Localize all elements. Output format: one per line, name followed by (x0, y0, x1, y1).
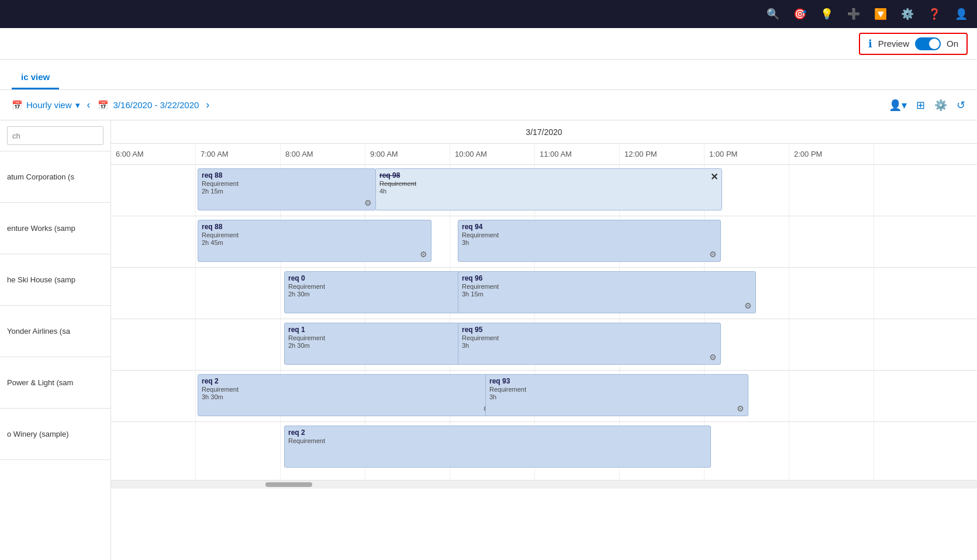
event-type: Requirement (202, 180, 372, 187)
resources-icon[interactable]: 👤▾ (889, 99, 907, 112)
event-block-req2-r5[interactable]: req 2 Requirement (284, 426, 711, 468)
event-type: Requirement (288, 283, 484, 290)
horizontal-scrollbar[interactable] (111, 481, 977, 489)
time-cell-8: 2:00 PM (789, 144, 874, 164)
calendar-grid-icon: 📅 (12, 100, 23, 110)
event-duration: 4h (379, 188, 718, 195)
cal-cell (789, 319, 874, 370)
event-block-req98-r0[interactable]: req 98 Requirement 4h ✕ (375, 168, 722, 210)
event-block-req88-r0[interactable]: req 88 Requirement 2h 15m ⚙ (198, 168, 376, 210)
settings-icon[interactable]: ⚙️ (901, 8, 914, 20)
event-block-req96-r2[interactable]: req 96 Requirement 3h 15m ⚙ (458, 271, 756, 313)
event-title: req 94 (462, 223, 717, 231)
chevron-down-icon: ▾ (75, 100, 80, 110)
prev-arrow[interactable]: ‹ (85, 96, 93, 113)
search-input[interactable] (7, 126, 103, 145)
event-block-req2-r4[interactable]: req 2 Requirement 3h 30m ⚙ (198, 374, 495, 416)
table-row: req 0 Requirement 2h 30m ⚙ req 96 Requir… (111, 268, 977, 319)
event-type: Requirement (379, 180, 718, 187)
time-cell-7: 1:00 PM (705, 144, 789, 164)
requirement-icon: ⚙ (420, 250, 427, 259)
main-content: atum Corporation (s enture Works (samp h… (0, 120, 977, 560)
event-duration: 3h 15m (462, 291, 752, 298)
event-type: Requirement (288, 334, 484, 341)
help-icon[interactable]: ❓ (928, 8, 941, 20)
event-type: Requirement (202, 231, 427, 238)
event-duration: 2h 30m (288, 291, 484, 298)
list-item[interactable]: atum Corporation (s (0, 151, 111, 203)
event-duration: 3h (489, 393, 744, 400)
next-arrow[interactable]: › (203, 96, 212, 113)
event-title: req 2 (202, 377, 491, 385)
resource-name: enture Works (samp (7, 224, 75, 233)
time-cell-0: 6:00 AM (111, 144, 196, 164)
list-item[interactable]: Power & Light (sam (0, 357, 111, 409)
cal-cell (789, 371, 874, 421)
cal-cell (111, 165, 196, 216)
hourly-view-label: Hourly view (26, 100, 72, 110)
list-item[interactable]: Yonder Airlines (sa (0, 306, 111, 357)
filter-icon[interactable]: 🔽 (874, 8, 887, 20)
cal-cell (111, 422, 196, 480)
time-cell-4: 10:00 AM (450, 144, 535, 164)
table-view-icon[interactable]: ⊞ (916, 99, 925, 112)
preview-on-label: On (947, 39, 958, 49)
cal-cell (196, 422, 281, 480)
tab-board-view[interactable]: ic view (12, 66, 59, 89)
date-range-label: 3/16/2020 - 3/22/2020 (113, 100, 199, 110)
cal-cell (789, 216, 874, 267)
date-header: 3/17/2020 (111, 120, 977, 144)
event-duration: 3h (462, 342, 717, 349)
event-block-req95-r3[interactable]: req 95 Requirement 3h ⚙ (458, 323, 721, 365)
requirement-icon: ⚙ (364, 198, 372, 208)
cal-cell (196, 319, 281, 370)
hourly-view-button[interactable]: 📅 Hourly view ▾ (12, 100, 80, 110)
search-icon[interactable]: 🔍 (767, 8, 779, 20)
event-block-req88-r1[interactable]: req 88 Requirement 2h 45m ⚙ (198, 220, 431, 262)
event-title: req 95 (462, 326, 717, 334)
table-row: req 2 Requirement (111, 422, 977, 481)
event-block-req93-r4[interactable]: req 93 Requirement 3h ⚙ (485, 374, 748, 416)
preview-toggle-box: ℹ Preview On (859, 33, 968, 55)
preview-toggle[interactable] (915, 37, 941, 50)
requirement-icon: ⚙ (737, 404, 744, 413)
calendar-body: req 88 Requirement 2h 15m ⚙ req 98 Requi… (111, 165, 977, 481)
scrollbar-thumb[interactable] (265, 482, 312, 487)
search-box (0, 120, 111, 151)
list-item[interactable]: he Ski House (samp (0, 254, 111, 306)
gear-icon[interactable]: ⚙️ (934, 99, 947, 112)
toolbar-left: 📅 Hourly view ▾ ‹ 📅 3/16/2020 - 3/22/202… (12, 96, 882, 113)
event-type: Requirement (288, 437, 707, 444)
event-title: req 1 (288, 326, 484, 334)
event-title: req 98 (379, 171, 718, 179)
top-nav-bar: 🔍 🎯 💡 ➕ 🔽 ⚙️ ❓ 👤 (0, 0, 977, 28)
event-block-req0-r2[interactable]: req 0 Requirement 2h 30m ⚙ (284, 271, 488, 313)
event-block-req1-r3[interactable]: req 1 Requirement 2h 30m ⚙ (284, 323, 488, 365)
target-icon[interactable]: 🎯 (793, 8, 806, 20)
refresh-icon[interactable]: ↺ (957, 99, 965, 112)
preview-info-icon[interactable]: ℹ (868, 37, 872, 50)
event-duration: 2h 45m (202, 239, 427, 246)
left-panel: atum Corporation (s enture Works (samp h… (0, 120, 111, 560)
user-icon[interactable]: 👤 (955, 8, 968, 20)
event-type: Requirement (202, 386, 491, 393)
time-header-row: 6:00 AM 7:00 AM 8:00 AM 9:00 AM 10:00 AM… (111, 144, 977, 165)
add-icon[interactable]: ➕ (847, 8, 860, 20)
calendar-area: 3/17/2020 6:00 AM 7:00 AM 8:00 AM 9:00 A… (111, 120, 977, 560)
event-block-req94-r1[interactable]: req 94 Requirement 3h ⚙ (458, 220, 721, 262)
event-title: req 2 (288, 428, 707, 437)
list-item[interactable]: o Winery (sample) (0, 409, 111, 460)
cal-cell (111, 319, 196, 370)
toolbar: 📅 Hourly view ▾ ‹ 📅 3/16/2020 - 3/22/202… (0, 90, 977, 120)
list-item[interactable]: enture Works (samp (0, 203, 111, 254)
time-cell-6: 12:00 PM (620, 144, 705, 164)
close-icon[interactable]: ✕ (710, 171, 718, 182)
event-title: req 96 (462, 274, 752, 282)
resource-name: Yonder Airlines (sa (7, 327, 70, 336)
time-cell-1: 7:00 AM (196, 144, 281, 164)
resource-name: atum Corporation (s (7, 172, 74, 181)
lightbulb-icon[interactable]: 💡 (820, 8, 833, 20)
table-row: req 88 Requirement 2h 45m ⚙ req 94 Requi… (111, 216, 977, 268)
event-title: req 88 (202, 223, 427, 231)
sub-header: ic view (0, 60, 977, 90)
